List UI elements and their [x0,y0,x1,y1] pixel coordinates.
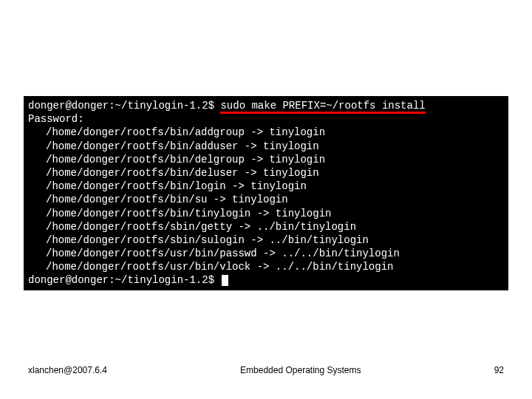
command-text: sudo make PREFIX=~/rootfs install [220,100,425,112]
output-line: /home/donger/rootfs/bin/login -> tinylog… [28,180,504,193]
output-line: /home/donger/rootfs/usr/bin/vlock -> ../… [28,260,504,273]
terminal-output: donger@donger:~/tinylogin-1.2$ sudo make… [24,96,508,290]
output-line: /home/donger/rootfs/bin/delgroup -> tiny… [28,153,504,166]
footer-title: Embedded Operating Systems [240,365,361,375]
prompt-text: donger@donger:~/tinylogin-1.2$ [28,274,220,286]
footer-author: xlanchen@2007.6.4 [28,365,107,375]
prompt-text: donger@donger:~/tinylogin-1.2$ [28,100,220,112]
output-line: /home/donger/rootfs/bin/adduser -> tinyl… [28,140,504,153]
output-line: /home/donger/rootfs/bin/tinylogin -> tin… [28,207,504,220]
output-line: /home/donger/rootfs/bin/deluser -> tinyl… [28,166,504,180]
terminal-prompt-line: donger@donger:~/tinylogin-1.2$ sudo make… [28,99,504,112]
output-line: /home/donger/rootfs/sbin/getty -> ../bin… [28,220,504,233]
output-line: /home/donger/rootfs/bin/addgroup -> tiny… [28,126,504,139]
slide: donger@donger:~/tinylogin-1.2$ sudo make… [0,0,532,399]
terminal-prompt-end: donger@donger:~/tinylogin-1.2$ [28,273,504,287]
cursor-block [222,275,228,286]
page-number: 92 [494,365,504,375]
output-line: /home/donger/rootfs/sbin/sulogin -> ../b… [28,233,504,247]
slide-footer: xlanchen@2007.6.4 Embedded Operating Sys… [0,365,532,375]
output-line: /home/donger/rootfs/usr/bin/passwd -> ..… [28,247,504,260]
command-wrapper: sudo make PREFIX=~/rootfs install [220,99,425,112]
password-line: Password: [28,112,504,126]
output-line: /home/donger/rootfs/bin/su -> tinylogin [28,193,504,206]
underline-highlight [220,112,425,114]
